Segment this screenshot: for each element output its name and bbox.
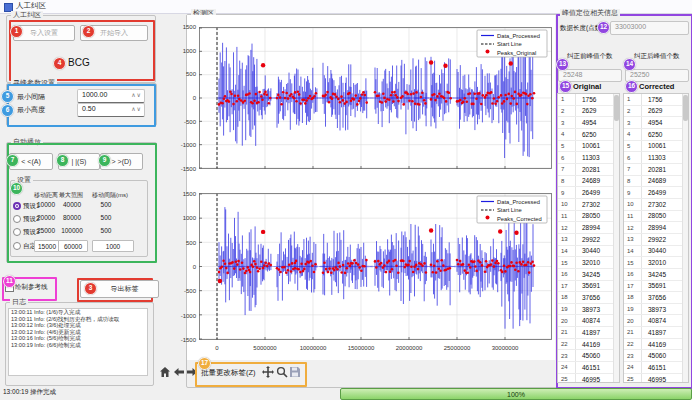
table-row[interactable]: 1735691	[558, 281, 619, 293]
table-row[interactable]: 2244169	[558, 339, 619, 351]
table-row[interactable]: 11756	[558, 94, 619, 106]
annotation-circle-6: 6	[1, 104, 14, 117]
table-row[interactable]: 2546995	[624, 374, 688, 383]
y-tick-label: -500	[170, 287, 196, 295]
table-row[interactable]: 926499	[624, 187, 688, 199]
before-count-label: 纠正前峰值个数	[567, 52, 613, 61]
table-row[interactable]: 2345060	[558, 350, 619, 362]
preset-radio[interactable]	[13, 215, 21, 223]
table-row[interactable]: 1228994	[624, 222, 688, 234]
table-row[interactable]: 824689	[624, 176, 688, 188]
table-row[interactable]: 1228994	[558, 222, 619, 234]
custom-value-input[interactable]: 15000	[34, 240, 60, 252]
preset-radio[interactable]	[13, 242, 21, 250]
table-row[interactable]: 2040874	[558, 315, 619, 327]
table-row[interactable]: 1128050	[558, 211, 619, 223]
plot-corrected-peaks[interactable]: Data_ProcessedStart LinePeaks_Corrected	[199, 193, 552, 340]
table-row[interactable]: 1837656	[558, 292, 619, 304]
annotation-circle-4: 4	[53, 57, 66, 70]
table-row[interactable]: 611303	[558, 152, 619, 164]
table-row[interactable]: 1430440	[624, 246, 688, 258]
corrected-table-header: Corrected	[639, 82, 674, 91]
status-text: 13:00:19 操作完成	[3, 388, 56, 397]
preset-value: 500	[92, 226, 120, 236]
legend-entry: Start Line	[497, 41, 522, 47]
table-row[interactable]: 1329922	[624, 234, 688, 246]
table-row[interactable]: 1430440	[558, 246, 619, 258]
table-row[interactable]: 22629	[624, 106, 688, 118]
spinner-arrows-icon[interactable]: ∧∨	[131, 91, 142, 98]
home-icon[interactable]	[159, 366, 171, 378]
min-interval-spinbox[interactable]: 1000.00 ∧∨	[77, 89, 145, 103]
corrected-peaks-table[interactable]: 1175622629349544625051006161130372028182…	[623, 93, 689, 383]
table-row[interactable]: 720281	[558, 164, 619, 176]
table-row[interactable]: 510061	[558, 141, 619, 153]
table-row[interactable]: 1128050	[624, 211, 688, 223]
zoom-icon[interactable]	[276, 366, 288, 378]
table-row[interactable]: 1027302	[624, 199, 688, 211]
preset-radio[interactable]	[13, 228, 21, 236]
save-icon[interactable]	[289, 366, 301, 378]
table-row[interactable]: 34954	[624, 117, 688, 129]
custom-value-input[interactable]: 60000	[58, 240, 88, 252]
table-scrollbar[interactable]	[613, 94, 619, 382]
pan-icon[interactable]	[262, 366, 274, 378]
table-row[interactable]: 34954	[558, 117, 619, 129]
annotation-circle-3: 3	[84, 282, 97, 295]
preset-value: 25000	[35, 226, 57, 236]
forward-icon[interactable]	[186, 366, 198, 378]
x-tick-label: 0	[192, 344, 242, 352]
table-row[interactable]: 2040874	[624, 315, 688, 327]
table-row[interactable]: 2446151	[624, 362, 688, 374]
data-length-field[interactable]: 33003000	[610, 21, 689, 35]
plot-original-peaks[interactable]: Data_ProcessedStart LinePeaks_Original	[199, 27, 552, 169]
table-row[interactable]: 2141897	[624, 327, 688, 339]
table-row[interactable]: 2141897	[558, 327, 619, 339]
y-tick-label: 1000	[170, 47, 196, 55]
table-row[interactable]: 1938973	[624, 304, 688, 316]
min-height-value[interactable]: 0.50	[82, 105, 96, 112]
table-row[interactable]: 1532010	[558, 257, 619, 269]
table-row[interactable]: 1735691	[624, 281, 688, 293]
min-height-spinbox[interactable]: 0.50 ∧∨	[77, 103, 145, 117]
table-row[interactable]: 11756	[624, 94, 688, 106]
table-row[interactable]: 510061	[624, 141, 688, 153]
table-row[interactable]: 611303	[624, 152, 688, 164]
table-row[interactable]: 926499	[558, 187, 619, 199]
preset-radio[interactable]	[13, 202, 21, 210]
preset-value: 500	[92, 200, 120, 210]
annotation-circle-13: 13	[556, 58, 569, 71]
table-row[interactable]: 2345060	[624, 350, 688, 362]
original-peaks-table[interactable]: 1175622629349544625051006161130372028182…	[557, 93, 620, 383]
annotation-circle-8: 8	[56, 154, 69, 167]
x-tick-label: 10000000	[288, 344, 338, 352]
table-row[interactable]: 1027302	[558, 199, 619, 211]
table-row[interactable]: 720281	[624, 164, 688, 176]
scrollbar-thumb[interactable]	[614, 95, 619, 121]
table-row[interactable]: 2546995	[558, 374, 619, 383]
before-count-value: 25248	[563, 71, 582, 78]
table-row[interactable]: 2244169	[624, 339, 688, 351]
custom-value-input[interactable]: 1000	[92, 240, 134, 252]
scrollbar-thumb[interactable]	[683, 95, 688, 121]
preset-value: 10000	[35, 200, 57, 210]
table-row[interactable]: 1329922	[558, 234, 619, 246]
spinner-arrows-icon[interactable]: ∧∨	[131, 105, 142, 112]
table-row[interactable]: 22629	[558, 106, 619, 118]
table-scrollbar[interactable]	[682, 94, 688, 382]
table-row[interactable]: 1837656	[624, 292, 688, 304]
log-list[interactable]: 13:00:11 Info: (1/6)导入完成13:00:11 Info: (…	[8, 308, 148, 376]
table-row[interactable]: 1634245	[558, 269, 619, 281]
table-row[interactable]: 1634245	[624, 269, 688, 281]
table-row[interactable]: 1532010	[624, 257, 688, 269]
table-row[interactable]: 46250	[624, 129, 688, 141]
annotation-circle-16: 16	[625, 80, 638, 93]
min-interval-value[interactable]: 1000.00	[82, 91, 107, 98]
table-row[interactable]: 824689	[558, 176, 619, 188]
table-row[interactable]: 2446151	[558, 362, 619, 374]
batch-change-labels-button[interactable]: 批量更改标签(Z)	[201, 368, 256, 378]
back-icon[interactable]	[173, 366, 185, 378]
y-tick-label: 0	[170, 94, 196, 102]
table-row[interactable]: 1938973	[558, 304, 619, 316]
table-row[interactable]: 46250	[558, 129, 619, 141]
